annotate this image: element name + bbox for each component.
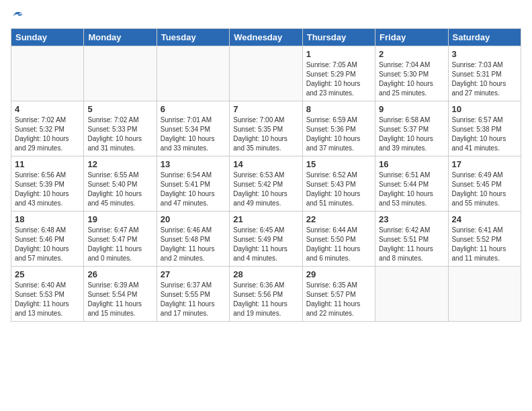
day-number: 26 (87, 269, 152, 279)
day-number: 3 (452, 49, 517, 59)
calendar-cell: 23Sunrise: 6:42 AMSunset: 5:51 PMDayligh… (375, 212, 448, 267)
calendar-cell: 16Sunrise: 6:51 AMSunset: 5:44 PMDayligh… (375, 156, 448, 212)
calendar-cell: 29Sunrise: 6:35 AMSunset: 5:57 PMDayligh… (302, 267, 375, 322)
day-info: Sunrise: 6:59 AMSunset: 5:36 PMDaylight:… (306, 116, 371, 153)
day-number: 14 (233, 159, 298, 169)
day-info: Sunrise: 7:00 AMSunset: 5:35 PMDaylight:… (233, 116, 298, 153)
day-info: Sunrise: 6:55 AMSunset: 5:40 PMDaylight:… (87, 171, 152, 208)
day-number: 13 (161, 159, 226, 169)
day-info: Sunrise: 6:41 AMSunset: 5:52 PMDaylight:… (452, 226, 517, 263)
day-info: Sunrise: 7:02 AMSunset: 5:33 PMDaylight:… (87, 116, 152, 153)
calendar-cell: 3Sunrise: 7:03 AMSunset: 5:31 PMDaylight… (448, 46, 521, 101)
weekday-header-saturday: Saturday (448, 29, 521, 46)
calendar-header-row: SundayMondayTuesdayWednesdayThursdayFrid… (11, 29, 521, 46)
logo-bird-icon (12, 11, 24, 23)
calendar-cell (375, 267, 448, 322)
day-info: Sunrise: 7:04 AMSunset: 5:30 PMDaylight:… (379, 60, 444, 98)
day-info: Sunrise: 6:49 AMSunset: 5:45 PMDaylight:… (452, 171, 517, 208)
weekday-header-sunday: Sunday (11, 29, 84, 46)
day-number: 10 (452, 104, 517, 114)
calendar-cell: 10Sunrise: 6:57 AMSunset: 5:38 PMDayligh… (448, 101, 521, 156)
day-info: Sunrise: 6:51 AMSunset: 5:44 PMDaylight:… (379, 171, 444, 208)
calendar-cell: 24Sunrise: 6:41 AMSunset: 5:52 PMDayligh… (448, 212, 521, 267)
weekday-header-monday: Monday (84, 29, 157, 46)
day-number: 21 (233, 214, 298, 224)
calendar-week-row: 4Sunrise: 7:02 AMSunset: 5:32 PMDaylight… (11, 101, 521, 156)
day-info: Sunrise: 7:05 AMSunset: 5:29 PMDaylight:… (306, 60, 371, 98)
day-number: 22 (306, 214, 371, 224)
day-number: 25 (15, 269, 80, 279)
day-info: Sunrise: 6:36 AMSunset: 5:56 PMDaylight:… (233, 281, 298, 318)
calendar-cell: 6Sunrise: 7:01 AMSunset: 5:34 PMDaylight… (157, 101, 229, 156)
calendar-cell: 14Sunrise: 6:53 AMSunset: 5:42 PMDayligh… (230, 156, 302, 212)
day-info: Sunrise: 7:01 AMSunset: 5:34 PMDaylight:… (161, 116, 226, 153)
weekday-header-thursday: Thursday (302, 29, 375, 46)
day-info: Sunrise: 6:53 AMSunset: 5:42 PMDaylight:… (233, 171, 298, 208)
day-info: Sunrise: 6:35 AMSunset: 5:57 PMDaylight:… (306, 281, 371, 318)
day-number: 4 (15, 104, 80, 114)
calendar-cell: 26Sunrise: 6:39 AMSunset: 5:54 PMDayligh… (84, 267, 157, 322)
day-info: Sunrise: 6:52 AMSunset: 5:43 PMDaylight:… (306, 171, 371, 208)
calendar-cell (157, 46, 229, 101)
day-info: Sunrise: 6:46 AMSunset: 5:48 PMDaylight:… (161, 226, 226, 263)
calendar-cell: 9Sunrise: 6:58 AMSunset: 5:37 PMDaylight… (375, 101, 448, 156)
day-info: Sunrise: 6:37 AMSunset: 5:55 PMDaylight:… (161, 281, 226, 318)
calendar-cell: 15Sunrise: 6:52 AMSunset: 5:43 PMDayligh… (302, 156, 375, 212)
calendar-cell: 11Sunrise: 6:56 AMSunset: 5:39 PMDayligh… (11, 156, 84, 212)
day-number: 2 (379, 49, 444, 59)
calendar-cell: 22Sunrise: 6:44 AMSunset: 5:50 PMDayligh… (302, 212, 375, 267)
day-number: 19 (87, 214, 152, 224)
calendar-cell: 2Sunrise: 7:04 AMSunset: 5:30 PMDaylight… (375, 46, 448, 101)
day-number: 5 (87, 104, 152, 114)
day-number: 9 (379, 104, 444, 114)
day-number: 7 (233, 104, 298, 114)
calendar-week-row: 25Sunrise: 6:40 AMSunset: 5:53 PMDayligh… (11, 267, 521, 322)
day-number: 28 (233, 269, 298, 279)
day-info: Sunrise: 6:45 AMSunset: 5:49 PMDaylight:… (233, 226, 298, 263)
day-number: 17 (452, 159, 517, 169)
day-info: Sunrise: 6:58 AMSunset: 5:37 PMDaylight:… (379, 116, 444, 153)
calendar-cell: 27Sunrise: 6:37 AMSunset: 5:55 PMDayligh… (157, 267, 229, 322)
calendar-cell: 28Sunrise: 6:36 AMSunset: 5:56 PMDayligh… (230, 267, 302, 322)
logo (11, 11, 24, 23)
day-number: 24 (452, 214, 517, 224)
calendar-week-row: 1Sunrise: 7:05 AMSunset: 5:29 PMDaylight… (11, 46, 521, 101)
calendar-cell (84, 46, 157, 101)
calendar-cell: 25Sunrise: 6:40 AMSunset: 5:53 PMDayligh… (11, 267, 84, 322)
weekday-header-friday: Friday (375, 29, 448, 46)
day-number: 23 (379, 214, 444, 224)
calendar-cell: 8Sunrise: 6:59 AMSunset: 5:36 PMDaylight… (302, 101, 375, 156)
day-number: 18 (15, 214, 80, 224)
day-info: Sunrise: 6:40 AMSunset: 5:53 PMDaylight:… (15, 281, 80, 318)
calendar-cell (11, 46, 84, 101)
day-number: 15 (306, 159, 371, 169)
calendar-cell: 20Sunrise: 6:46 AMSunset: 5:48 PMDayligh… (157, 212, 229, 267)
calendar-table: SundayMondayTuesdayWednesdayThursdayFrid… (11, 28, 521, 322)
calendar-cell: 5Sunrise: 7:02 AMSunset: 5:33 PMDaylight… (84, 101, 157, 156)
day-number: 27 (161, 269, 226, 279)
weekday-header-tuesday: Tuesday (157, 29, 229, 46)
calendar-cell: 17Sunrise: 6:49 AMSunset: 5:45 PMDayligh… (448, 156, 521, 212)
weekday-header-wednesday: Wednesday (230, 29, 302, 46)
day-number: 16 (379, 159, 444, 169)
day-number: 1 (306, 49, 371, 59)
day-info: Sunrise: 6:44 AMSunset: 5:50 PMDaylight:… (306, 226, 371, 263)
day-info: Sunrise: 6:39 AMSunset: 5:54 PMDaylight:… (87, 281, 152, 318)
calendar-cell: 19Sunrise: 6:47 AMSunset: 5:47 PMDayligh… (84, 212, 157, 267)
day-number: 8 (306, 104, 371, 114)
calendar-cell: 21Sunrise: 6:45 AMSunset: 5:49 PMDayligh… (230, 212, 302, 267)
calendar-cell: 13Sunrise: 6:54 AMSunset: 5:41 PMDayligh… (157, 156, 229, 212)
calendar-cell: 18Sunrise: 6:48 AMSunset: 5:46 PMDayligh… (11, 212, 84, 267)
page-header (11, 11, 521, 23)
day-number: 20 (161, 214, 226, 224)
day-number: 12 (87, 159, 152, 169)
day-info: Sunrise: 7:02 AMSunset: 5:32 PMDaylight:… (15, 116, 80, 153)
day-info: Sunrise: 6:56 AMSunset: 5:39 PMDaylight:… (15, 171, 80, 208)
calendar-cell: 1Sunrise: 7:05 AMSunset: 5:29 PMDaylight… (302, 46, 375, 101)
calendar-cell (230, 46, 302, 101)
calendar-cell: 4Sunrise: 7:02 AMSunset: 5:32 PMDaylight… (11, 101, 84, 156)
calendar-week-row: 18Sunrise: 6:48 AMSunset: 5:46 PMDayligh… (11, 212, 521, 267)
day-number: 29 (306, 269, 371, 279)
calendar-week-row: 11Sunrise: 6:56 AMSunset: 5:39 PMDayligh… (11, 156, 521, 212)
calendar-cell: 7Sunrise: 7:00 AMSunset: 5:35 PMDaylight… (230, 101, 302, 156)
